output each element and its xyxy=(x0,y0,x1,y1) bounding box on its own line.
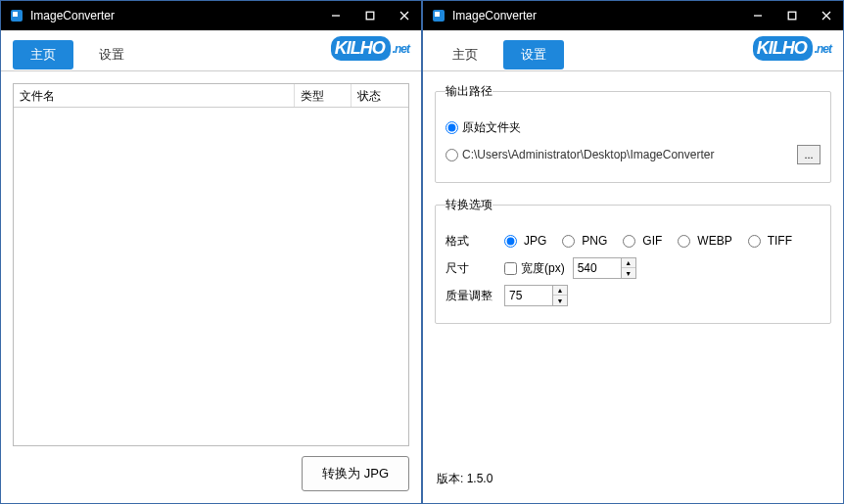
radio-custom-path[interactable]: C:\Users\Administrator\Desktop\ImageConv… xyxy=(445,148,791,161)
window-title: ImageConverter xyxy=(452,9,740,23)
tabbar: 主页 设置 KILHO.net xyxy=(1,30,421,71)
home-content: 文件名 类型 状态 转换为 JPG xyxy=(1,71,421,503)
minimize-button[interactable] xyxy=(740,1,774,30)
quality-spin-up[interactable]: ▲ xyxy=(553,286,567,296)
radio-custom-path-input[interactable] xyxy=(445,149,458,161)
settings-content: 输出路径 原始文件夹 C:\Users\Administrator\Deskto… xyxy=(423,71,843,503)
maximize-button[interactable] xyxy=(352,1,387,30)
width-spin-down[interactable]: ▼ xyxy=(622,268,635,278)
radio-png[interactable]: PNG xyxy=(562,234,607,248)
brand-main: KILHO xyxy=(331,36,391,61)
convert-options-group: 转换选项 格式 JPG PNG GIF WEBP TIFF 尺寸 宽度(px) xyxy=(435,197,831,324)
list-header: 文件名 类型 状态 xyxy=(14,84,408,108)
titlebar[interactable]: ImageConverter xyxy=(1,1,421,30)
list-body[interactable] xyxy=(14,108,408,445)
close-button[interactable] xyxy=(809,1,843,30)
radio-png-input[interactable] xyxy=(562,235,575,248)
width-checkbox-input[interactable] xyxy=(504,262,517,275)
format-options: JPG PNG GIF WEBP TIFF xyxy=(504,234,792,248)
custom-path-text: C:\Users\Administrator\Desktop\ImageConv… xyxy=(462,148,791,161)
size-label: 尺寸 xyxy=(445,260,504,277)
quality-spin-down[interactable]: ▼ xyxy=(553,296,567,305)
brand-tail: .net xyxy=(393,42,409,56)
tab-settings[interactable]: 设置 xyxy=(81,40,142,69)
width-checkbox-label: 宽度(px) xyxy=(521,260,565,277)
brand-logo: KILHO.net xyxy=(753,36,831,61)
width-spinner: ▲ ▼ xyxy=(573,257,636,279)
quality-input[interactable] xyxy=(504,285,553,306)
output-path-title: 输出路径 xyxy=(445,83,492,100)
file-list[interactable]: 文件名 类型 状态 xyxy=(13,83,409,446)
radio-gif[interactable]: GIF xyxy=(623,234,662,248)
radio-tiff[interactable]: TIFF xyxy=(748,234,792,248)
col-filename[interactable]: 文件名 xyxy=(14,84,295,107)
radio-tiff-input[interactable] xyxy=(748,235,761,248)
app-icon xyxy=(9,8,24,23)
output-path-group: 输出路径 原始文件夹 C:\Users\Administrator\Deskto… xyxy=(435,83,831,183)
width-spin-up[interactable]: ▲ xyxy=(622,258,635,268)
brand-logo: KILHO.net xyxy=(331,36,409,61)
format-label: 格式 xyxy=(445,233,504,250)
svg-rect-9 xyxy=(788,12,796,20)
tabbar: 主页 设置 KILHO.net xyxy=(423,30,843,71)
minimize-button[interactable] xyxy=(318,1,352,30)
window-settings: ImageConverter 主页 设置 KILHO.net 输出路径 原始文件… xyxy=(422,0,844,504)
tab-settings[interactable]: 设置 xyxy=(503,40,564,69)
window-title: ImageConverter xyxy=(30,9,318,23)
radio-jpg[interactable]: JPG xyxy=(504,234,546,248)
version-text: 版本: 1.5.0 xyxy=(435,467,831,491)
browse-button[interactable]: ... xyxy=(797,145,821,164)
col-status[interactable]: 状态 xyxy=(352,84,408,107)
quality-label: 质量调整 xyxy=(445,288,504,304)
radio-original-folder-label: 原始文件夹 xyxy=(462,119,521,136)
radio-webp-input[interactable] xyxy=(678,235,690,248)
width-checkbox[interactable]: 宽度(px) xyxy=(504,260,565,277)
tab-home[interactable]: 主页 xyxy=(13,40,73,69)
brand-main: KILHO xyxy=(753,36,813,61)
titlebar[interactable]: ImageConverter xyxy=(423,1,843,30)
col-type[interactable]: 类型 xyxy=(295,84,352,107)
maximize-button[interactable] xyxy=(774,1,809,30)
radio-gif-input[interactable] xyxy=(623,235,635,248)
convert-button[interactable]: 转换为 JPG xyxy=(302,456,409,491)
svg-rect-1 xyxy=(13,12,18,17)
tab-home[interactable]: 主页 xyxy=(435,40,495,69)
radio-jpg-input[interactable] xyxy=(504,235,517,248)
svg-rect-7 xyxy=(435,12,440,17)
close-button[interactable] xyxy=(387,1,421,30)
app-icon xyxy=(431,8,446,23)
radio-webp[interactable]: WEBP xyxy=(678,234,731,248)
quality-spinner: ▲ ▼ xyxy=(504,285,568,306)
brand-tail: .net xyxy=(815,42,831,56)
svg-rect-3 xyxy=(366,12,374,20)
radio-original-folder-input[interactable] xyxy=(445,121,458,134)
window-home: ImageConverter 主页 设置 KILHO.net 文件名 类型 状态… xyxy=(0,0,422,504)
convert-options-title: 转换选项 xyxy=(445,197,492,213)
button-row: 转换为 JPG xyxy=(13,446,409,491)
radio-original-folder[interactable]: 原始文件夹 xyxy=(445,119,521,136)
width-input[interactable] xyxy=(573,257,622,279)
